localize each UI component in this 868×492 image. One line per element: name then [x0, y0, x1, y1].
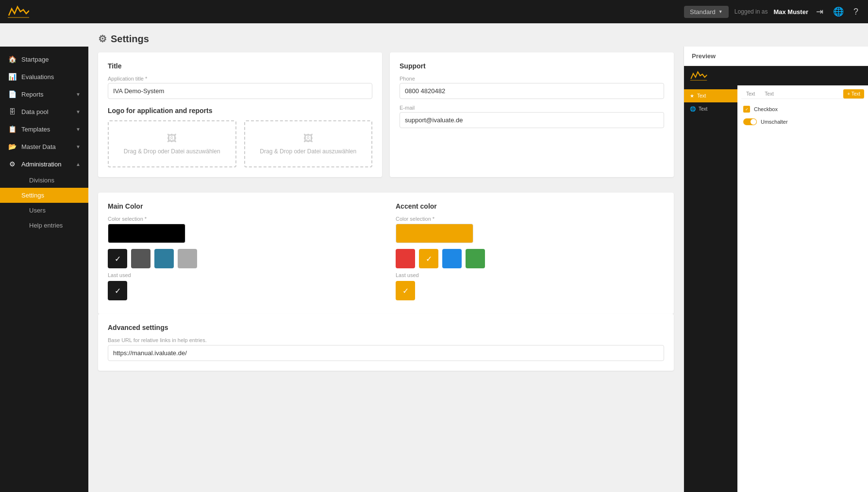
sidebar-subitem-help-entries[interactable]: Help entries — [21, 218, 88, 233]
main-last-used-swatch[interactable]: ✓ — [108, 281, 127, 300]
phone-input[interactable] — [400, 83, 664, 99]
preview-sidebar: ★ Text 🌐 Text — [684, 85, 737, 492]
logo-upload-2[interactable]: 🖼 Drag & Drop oder Datei auszuwählen — [244, 120, 373, 167]
standard-dropdown[interactable]: Standard ▼ — [684, 6, 729, 18]
preview-checkbox-label: Checkbox — [754, 106, 778, 112]
accent-swatch-red[interactable] — [396, 249, 415, 268]
logo-section-label: Logo for application and reports — [108, 107, 372, 115]
main-color-col: Main Color Color selection * ✓ Last used… — [108, 202, 376, 304]
preview-checkbox[interactable]: ✓ — [743, 106, 750, 113]
main-color-title: Main Color — [108, 202, 376, 210]
preview-sidebar-area: ★ Text 🌐 Text Text Text + Text — [684, 85, 868, 492]
accent-swatch-yellow[interactable]: ✓ — [419, 249, 438, 268]
chevron-administration-icon: ▲ — [76, 162, 81, 167]
sidebar-item-startpage[interactable]: 🏠 Startpage — [0, 50, 88, 68]
preview-tab-1[interactable]: Text — [741, 89, 760, 98]
sidebar-subitem-users[interactable]: Users — [21, 203, 88, 218]
main-swatch-black[interactable]: ✓ — [108, 249, 127, 268]
settings-gear-icon: ⚙ — [98, 33, 107, 45]
chevron-masterdata-icon: ▼ — [76, 144, 81, 149]
accent-swatch-blue[interactable] — [442, 249, 462, 268]
title-card: Title Application title * Logo for appli… — [98, 52, 382, 177]
preview-main: Text Text + Text ✓ Checkbox Umschalter — [737, 85, 868, 492]
preview-sidebar-item-2: 🌐 Text — [684, 102, 737, 115]
preview-content: ★ Text 🌐 Text Text Text + Text — [684, 66, 868, 492]
help-button[interactable]: ? — [851, 7, 860, 17]
sidebar-item-administration[interactable]: ⚙ Administration ▲ — [0, 155, 88, 173]
topbar: Standard ▼ Logged in as Max Muster ⇥ 🌐 ? — [0, 0, 868, 23]
upload-icon-1: 🖼 — [167, 133, 177, 144]
folder-icon: 📂 — [8, 143, 17, 150]
chevron-datapool-icon: ▼ — [76, 109, 81, 115]
sidebar-item-masterdata[interactable]: 📂 Master Data ▼ — [0, 138, 88, 155]
preview-globe-icon: 🌐 — [690, 106, 696, 112]
email-input[interactable] — [400, 112, 664, 128]
advanced-url-label: Base URL for relative links in help entr… — [108, 337, 664, 343]
main-swatch-blue[interactable] — [154, 249, 174, 268]
sidebar-label-administration: Administration — [21, 161, 61, 168]
app-title-input[interactable] — [108, 83, 372, 99]
advanced-title: Advanced settings — [108, 324, 664, 331]
main-last-used-label: Last used — [108, 272, 376, 278]
upload-text-1: Drag & Drop oder Datei auszuwählen — [124, 148, 220, 155]
sidebar: 🏠 Startpage 📊 Evaluations 📄 Reports ▼ 🗄 … — [0, 47, 88, 492]
support-section-label: Support — [400, 62, 664, 70]
preview-checkbox-item: ✓ Checkbox — [741, 103, 864, 115]
report-icon: 📄 — [8, 90, 17, 98]
upload-icon-2: 🖼 — [303, 133, 313, 144]
accent-color-field-label: Color selection * — [396, 216, 664, 222]
phone-field-group: Phone — [400, 76, 664, 99]
divisions-label: Divisions — [29, 177, 54, 184]
accent-last-used-swatch[interactable]: ✓ — [396, 281, 415, 300]
sidebar-item-templates[interactable]: 📋 Templates ▼ — [0, 120, 88, 138]
advanced-url-input[interactable] — [108, 345, 664, 361]
sidebar-label-masterdata: Master Data — [21, 143, 56, 150]
chevron-reports-icon: ▼ — [76, 92, 81, 97]
page-title: Settings — [111, 33, 149, 45]
sidebar-nav: 🏠 Startpage 📊 Evaluations 📄 Reports ▼ 🗄 … — [0, 47, 88, 492]
logout-button[interactable]: ⇥ — [814, 6, 825, 17]
sidebar-label-templates: Templates — [21, 126, 50, 133]
users-label: Users — [29, 207, 46, 214]
preview-add-button[interactable]: + Text — [843, 89, 864, 98]
administration-subnav: Divisions Settings Users Help entries — [0, 173, 88, 233]
logged-in-label: Logged in as — [734, 8, 768, 15]
main-swatch-darkgray[interactable] — [131, 249, 150, 268]
topbar-logo — [8, 5, 96, 18]
logo-upload-1[interactable]: 🖼 Drag & Drop oder Datei auszuwählen — [108, 120, 236, 167]
main-color-preview — [108, 224, 185, 243]
preview-tabs: Text Text + Text — [741, 89, 864, 99]
accent-last-used-label: Last used — [396, 272, 664, 278]
settings-label: Settings — [21, 192, 44, 199]
main-color-swatches: ✓ — [108, 249, 376, 268]
sidebar-item-datapool[interactable]: 🗄 Data pool ▼ — [0, 103, 88, 120]
help-entries-label: Help entries — [29, 222, 63, 229]
email-label: E-mail — [400, 105, 664, 111]
preview-star-icon: ★ — [690, 93, 694, 98]
sidebar-subitem-divisions[interactable]: Divisions — [21, 173, 88, 188]
upload-text-2: Drag & Drop oder Datei auszuwählen — [260, 148, 356, 155]
logo-icon — [8, 5, 29, 18]
preview-toggle-item: Umschalter — [741, 115, 864, 128]
sidebar-subitem-settings[interactable]: Settings — [0, 188, 88, 203]
accent-swatch-green[interactable] — [466, 249, 485, 268]
title-support-row: Title Application title * Logo for appli… — [98, 52, 674, 185]
app-title-field-group: Application title * — [108, 76, 372, 99]
sidebar-item-evaluations[interactable]: 📊 Evaluations — [0, 68, 88, 85]
user-name: Max Muster — [773, 8, 808, 16]
main-content: ⚙ Settings Title Application title * Log… — [88, 23, 684, 492]
template-icon: 📋 — [8, 125, 17, 133]
preview-sidebar-label-1: Text — [697, 93, 706, 98]
sidebar-label-evaluations: Evaluations — [21, 73, 54, 81]
accent-color-title: Accent color — [396, 202, 664, 210]
sidebar-item-reports[interactable]: 📄 Reports ▼ — [0, 85, 88, 103]
main-swatch-lightgray[interactable] — [178, 249, 197, 268]
accent-last-used-swatches: ✓ — [396, 281, 664, 300]
chevron-templates-icon: ▼ — [76, 127, 81, 132]
accent-color-preview — [396, 224, 473, 243]
admin-icon: ⚙ — [8, 160, 17, 168]
globe-button[interactable]: 🌐 — [831, 6, 846, 17]
main-last-used-swatches: ✓ — [108, 281, 376, 300]
preview-toggle[interactable] — [743, 118, 757, 125]
preview-tab-2[interactable]: Text — [760, 89, 778, 98]
